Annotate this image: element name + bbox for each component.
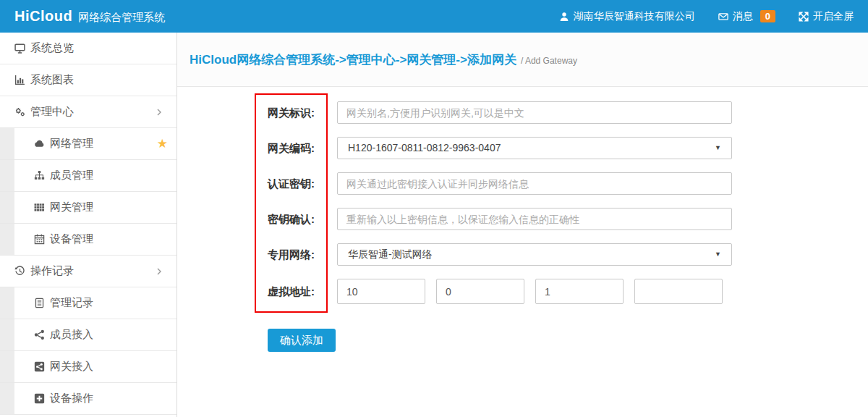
share-square-icon (34, 361, 45, 372)
gateway-code-select[interactable]: H120-1607-0811-0812-9963-0407▼ (337, 137, 732, 159)
breadcrumb-suffix: / Add Gateway (521, 53, 577, 66)
sidebar-item-label: 系统总览 (30, 41, 74, 55)
history-icon (14, 266, 25, 277)
sidebar-item-system-overview[interactable]: 系统总览 (0, 33, 176, 64)
fullscreen-button[interactable]: 开启全屏 (799, 10, 854, 23)
messages-button[interactable]: 消息 0 (718, 10, 775, 23)
chevron-right-icon (156, 107, 163, 117)
sidebar-item-label: 网关接入 (50, 360, 93, 374)
sidebar-item-label: 管理记录 (50, 296, 93, 310)
sidebar-item-label: 系统图表 (30, 73, 74, 87)
app-brand: HiCloud 网络综合管理系统 (14, 8, 165, 25)
sidebar-item-device-management[interactable]: 设备管理 (0, 224, 176, 256)
sidebar-item-member-access[interactable]: 成员接入 (0, 319, 176, 351)
auth-key-input[interactable] (337, 172, 732, 195)
field-label-auth-key: 认证密钥: (268, 172, 337, 195)
favorite-star-icon[interactable]: ★ (157, 138, 168, 150)
sidebar-nav: 系统总览系统图表管理中心网络管理★成员管理网关管理设备管理操作记录管理记录成员接… (0, 33, 177, 417)
field-label-key-confirm: 密钥确认: (268, 208, 337, 230)
sidebar-item-operation-records[interactable]: 操作记录 (0, 256, 176, 287)
sidebar-item-label: 管理中心 (30, 105, 74, 119)
grid-icon (34, 202, 45, 213)
top-bar: HiCloud 网络综合管理系统 湖南华辰智通科技有限公司 消息 0 开启全屏 (0, 0, 868, 33)
messages-label: 消息 (733, 10, 753, 23)
private-network-selected-value: 华辰智通-测试网络 (348, 248, 433, 260)
sidebar-item-gateway-management[interactable]: 网关管理 (0, 192, 176, 224)
sidebar-item-label: 操作记录 (30, 264, 74, 278)
sidebar-item-management-center[interactable]: 管理中心 (0, 96, 176, 128)
calendar-icon (34, 234, 45, 245)
gateway-code-selected-value: H120-1607-0811-0812-9963-0407 (348, 142, 501, 153)
sidebar-item-member-management[interactable]: 成员管理 (0, 160, 176, 192)
share-icon (34, 329, 45, 340)
sitemap-icon (34, 170, 45, 181)
chevron-down-icon: ▼ (715, 244, 721, 265)
virtual-address-octet-3[interactable] (535, 279, 624, 304)
bar-chart-icon (14, 75, 25, 85)
form-row-private-network: 专用网络:华辰智通-测试网络▼ (268, 243, 732, 266)
sidebar-item-network-management[interactable]: 网络管理★ (0, 128, 176, 160)
field-label-virtual-address: 虚拟地址: (268, 279, 337, 304)
form-row-gateway-name: 网关标识: (268, 101, 732, 124)
breadcrumb: HiCloud网络综合管理系统->管理中心->网关管理->添加网关 / Add … (177, 33, 868, 87)
chevron-down-icon: ▼ (715, 138, 721, 159)
sidebar-item-gateway-access[interactable]: 网关接入 (0, 351, 176, 383)
company-name: 湖南华辰智通科技有限公司 (574, 10, 695, 23)
envelope-icon (718, 12, 728, 22)
form-row-virtual-address: 虚拟地址: (268, 279, 732, 304)
virtual-address-octet-2[interactable] (436, 279, 524, 304)
form-row-key-confirm: 密钥确认: (268, 208, 732, 230)
field-label-private-network: 专用网络: (268, 243, 337, 266)
fullscreen-icon (799, 12, 809, 22)
sidebar-item-label: 成员接入 (50, 328, 93, 342)
field-label-gateway-name: 网关标识: (268, 101, 337, 124)
confirm-add-button[interactable]: 确认添加 (268, 329, 336, 352)
messages-count-badge: 0 (760, 10, 775, 22)
company-menu[interactable]: 湖南华辰智通科技有限公司 (559, 10, 695, 23)
topbar-right: 湖南华辰智通科技有限公司 消息 0 开启全屏 (559, 10, 854, 23)
chevron-right-icon (156, 266, 163, 277)
brand-subtitle: 网络综合管理系统 (78, 11, 165, 25)
breadcrumb-path[interactable]: HiCloud网络综合管理系统->管理中心->网关管理->添加网关 (190, 51, 516, 68)
fullscreen-label: 开启全屏 (813, 10, 854, 23)
gears-icon (14, 106, 25, 117)
sidebar-item-label: 设备管理 (50, 232, 93, 246)
sidebar-item-system-charts[interactable]: 系统图表 (0, 64, 176, 96)
user-icon (559, 12, 569, 22)
form-row-auth-key: 认证密钥: (268, 172, 732, 195)
sidebar-item-label: 网关管理 (50, 201, 93, 214)
desktop-icon (14, 43, 25, 54)
virtual-address-octet-4[interactable] (634, 279, 723, 304)
field-label-gateway-code: 网关编码: (268, 137, 337, 159)
private-network-select[interactable]: 华辰智通-测试网络▼ (337, 243, 732, 266)
sidebar-item-management-records[interactable]: 管理记录 (0, 287, 176, 319)
sidebar-item-device-operations[interactable]: 设备操作 (0, 383, 176, 415)
form-row-gateway-code: 网关编码:H120-1607-0811-0812-9963-0407▼ (268, 137, 732, 159)
cloud-icon (34, 138, 45, 149)
sidebar-item-label: 设备操作 (50, 392, 93, 405)
brand-name: HiCloud (14, 8, 72, 25)
virtual-address-octet-1[interactable] (337, 279, 425, 304)
key-confirm-input[interactable] (337, 208, 732, 230)
add-gateway-form: 网关标识:网关编码:H120-1607-0811-0812-9963-0407▼… (268, 101, 732, 352)
document-icon (34, 298, 45, 308)
sidebar-item-label: 成员管理 (50, 169, 93, 182)
sidebar-item-label: 网络管理 (50, 137, 93, 151)
plus-square-icon (34, 393, 45, 404)
gateway-name-input[interactable] (337, 101, 732, 124)
